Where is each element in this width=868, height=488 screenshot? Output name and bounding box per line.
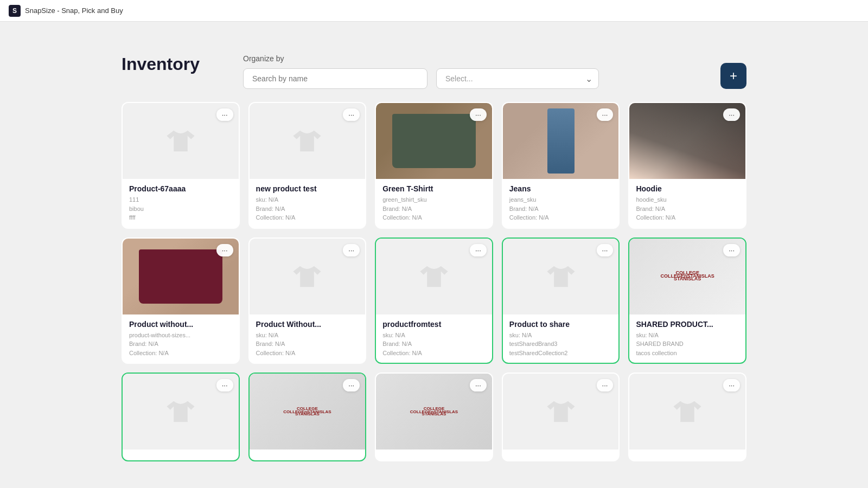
more-options-button[interactable]: ··· bbox=[216, 108, 233, 121]
product-meta: 111 bibou ffff bbox=[129, 195, 232, 222]
product-meta: sku: N/A testSharedBrand3 testSharedColl… bbox=[509, 331, 612, 358]
product-meta: sku: N/A Brand: N/A Collection: N/A bbox=[382, 331, 486, 358]
product-grid: ··· Product-67aaaa 111 bibou ffff ··· ne… bbox=[122, 102, 746, 461]
app-title: SnapSize - Snap, Pick and Buy bbox=[25, 7, 123, 15]
product-card[interactable]: ··· bbox=[122, 373, 240, 461]
header-controls: Organize by Select... ⌄ bbox=[243, 54, 707, 89]
card-image: ··· bbox=[503, 239, 619, 314]
more-options-button[interactable]: ··· bbox=[597, 244, 614, 256]
card-info: Green T-Shirtt green_tshirt_sku Brand: N… bbox=[376, 179, 492, 228]
more-options-button[interactable]: ··· bbox=[470, 379, 487, 391]
card-info: Product-67aaaa 111 bibou ffff bbox=[123, 179, 239, 228]
topbar: S SnapSize - Snap, Pick and Buy bbox=[0, 0, 868, 22]
product-card[interactable]: ··· Product to share sku: N/A testShared… bbox=[502, 237, 620, 364]
card-image: ··· bbox=[123, 239, 239, 314]
card-image: COLLEGESTANISLAS ··· bbox=[376, 374, 492, 450]
more-options-button[interactable]: ··· bbox=[343, 379, 360, 391]
product-name: Product without... bbox=[129, 320, 232, 329]
product-name: SHARED PRODUCT... bbox=[636, 320, 739, 329]
page-title: Inventory bbox=[122, 54, 230, 74]
product-name: Product-67aaaa bbox=[129, 184, 232, 193]
organize-select-wrapper: Select... ⌄ bbox=[436, 68, 599, 89]
card-image: ··· bbox=[250, 239, 366, 314]
card-image: ··· bbox=[250, 103, 366, 179]
card-image: ··· bbox=[376, 239, 492, 314]
card-image: ··· bbox=[503, 374, 619, 450]
more-options-button[interactable]: ··· bbox=[343, 108, 360, 121]
more-options-button[interactable]: ··· bbox=[723, 244, 740, 256]
controls-row: Select... ⌄ bbox=[243, 68, 707, 89]
card-image: ··· bbox=[123, 103, 239, 179]
more-options-button[interactable]: ··· bbox=[470, 244, 487, 256]
app-logo: S bbox=[9, 5, 21, 17]
card-info: Product Without... sku: N/A Brand: N/A C… bbox=[250, 314, 366, 363]
product-meta: sku: N/A Brand: N/A Collection: N/A bbox=[256, 331, 359, 358]
card-info: Jeans jeans_sku Brand: N/A Collection: N… bbox=[503, 179, 619, 228]
more-options-button[interactable]: ··· bbox=[723, 108, 740, 121]
product-card[interactable]: ··· Product-67aaaa 111 bibou ffff bbox=[122, 102, 240, 229]
product-name: Product Without... bbox=[256, 320, 359, 329]
product-card[interactable]: ··· Jeans jeans_sku Brand: N/A Collectio… bbox=[502, 102, 620, 229]
card-image: COLLEGESTANISLAS ··· bbox=[629, 239, 745, 314]
more-options-button[interactable]: ··· bbox=[343, 244, 360, 256]
product-name: new product test bbox=[256, 184, 359, 193]
card-info: productfromtest sku: N/A Brand: N/A Coll… bbox=[376, 314, 492, 363]
product-card[interactable]: ··· bbox=[628, 373, 746, 461]
product-name: productfromtest bbox=[382, 320, 486, 329]
more-options-button[interactable]: ··· bbox=[216, 379, 233, 391]
product-card[interactable]: COLLEGESTANISLAS ··· bbox=[375, 373, 493, 461]
product-card[interactable]: COLLEGESTANISLAS ··· bbox=[248, 373, 367, 461]
card-image: ··· bbox=[629, 103, 745, 179]
product-meta: jeans_sku Brand: N/A Collection: N/A bbox=[509, 195, 612, 222]
add-product-button[interactable]: + bbox=[720, 63, 746, 89]
card-info: Hoodie hoodie_sku Brand: N/A Collection:… bbox=[629, 179, 745, 228]
product-card[interactable]: ··· Product without... product-without-s… bbox=[122, 237, 240, 364]
logo-letter: S bbox=[12, 7, 17, 15]
product-card[interactable]: ··· bbox=[502, 373, 620, 461]
product-card[interactable]: ··· Product Without... sku: N/A Brand: N… bbox=[248, 237, 367, 364]
product-name: Jeans bbox=[509, 184, 612, 193]
more-options-button[interactable]: ··· bbox=[470, 108, 487, 121]
product-name: Green T-Shirtt bbox=[382, 184, 486, 193]
card-info bbox=[123, 450, 239, 460]
product-card[interactable]: ··· productfromtest sku: N/A Brand: N/A … bbox=[375, 237, 493, 364]
product-name: Product to share bbox=[509, 320, 612, 329]
card-info bbox=[503, 450, 619, 460]
card-info: new product test sku: N/A Brand: N/A Col… bbox=[250, 179, 366, 228]
main-content: Inventory Organize by Select... ⌄ + ··· bbox=[108, 22, 760, 474]
product-meta: product-without-sizes... Brand: N/A Coll… bbox=[129, 331, 232, 358]
card-image: ··· bbox=[376, 103, 492, 179]
organize-select[interactable]: Select... bbox=[436, 68, 599, 89]
product-meta: hoodie_sku Brand: N/A Collection: N/A bbox=[636, 195, 739, 222]
card-image: ··· bbox=[629, 374, 745, 450]
product-meta: sku: N/A SHARED BRAND tacos collection bbox=[636, 331, 739, 358]
product-meta: sku: N/A Brand: N/A Collection: N/A bbox=[256, 195, 359, 222]
card-info: Product to share sku: N/A testSharedBran… bbox=[503, 314, 619, 363]
card-info: Product without... product-without-sizes… bbox=[123, 314, 239, 363]
product-card[interactable]: ··· new product test sku: N/A Brand: N/A… bbox=[248, 102, 367, 229]
product-card[interactable]: COLLEGESTANISLAS ··· SHARED PRODUCT... s… bbox=[628, 237, 746, 364]
header-row: Inventory Organize by Select... ⌄ + bbox=[122, 54, 746, 89]
more-options-button[interactable]: ··· bbox=[723, 379, 740, 391]
more-options-button[interactable]: ··· bbox=[597, 108, 614, 121]
more-options-button[interactable]: ··· bbox=[597, 379, 614, 391]
product-card[interactable]: ··· Green T-Shirtt green_tshirt_sku Bran… bbox=[375, 102, 493, 229]
product-name: Hoodie bbox=[636, 184, 739, 193]
card-info: SHARED PRODUCT... sku: N/A SHARED BRAND … bbox=[629, 314, 745, 363]
card-image: ··· bbox=[503, 103, 619, 179]
organize-label: Organize by bbox=[243, 54, 707, 63]
card-image: COLLEGESTANISLAS ··· bbox=[250, 374, 366, 450]
card-info bbox=[629, 450, 745, 460]
product-card[interactable]: ··· Hoodie hoodie_sku Brand: N/A Collect… bbox=[628, 102, 746, 229]
product-meta: green_tshirt_sku Brand: N/A Collection: … bbox=[382, 195, 486, 222]
search-input[interactable] bbox=[243, 68, 427, 89]
more-options-button[interactable]: ··· bbox=[216, 244, 233, 256]
card-image: ··· bbox=[123, 374, 239, 450]
card-info bbox=[250, 450, 366, 460]
card-info bbox=[376, 450, 492, 460]
